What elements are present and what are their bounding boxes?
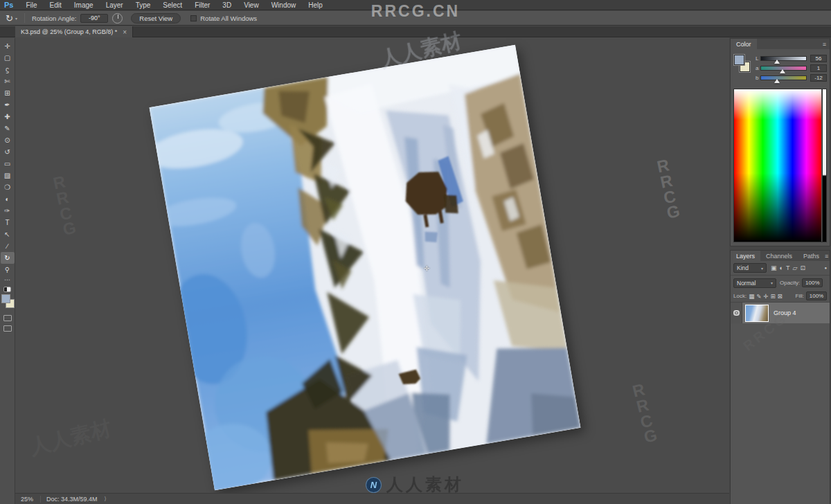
menu-select[interactable]: Select xyxy=(157,1,188,9)
screen-mode-icon[interactable] xyxy=(3,325,12,332)
eye-icon[interactable] xyxy=(733,310,740,316)
filter-toggle-icon[interactable]: ● xyxy=(824,266,827,270)
rotate-view-tool[interactable]: ↻ xyxy=(1,252,15,264)
eyedropper-tool[interactable]: ✒ xyxy=(1,99,15,111)
rotation-angle-input[interactable]: -90° xyxy=(80,14,108,23)
options-bar: ↻ ▾ Rotation Angle: -90° Reset View Rota… xyxy=(0,11,831,26)
color-panel-header: Color ≡ xyxy=(731,39,830,49)
quick-mask-icon[interactable] xyxy=(3,315,12,321)
brush-tool[interactable]: ✎ xyxy=(1,123,15,134)
kind-filter-dropdown[interactable]: Kind ▾ xyxy=(733,263,767,273)
menu-3d[interactable]: 3D xyxy=(216,1,238,9)
reset-view-button[interactable]: Reset View xyxy=(131,13,181,24)
menu-file[interactable]: File xyxy=(19,1,43,9)
slider-L-label: L xyxy=(756,55,760,62)
blend-mode-value: Normal xyxy=(737,280,756,287)
menu-filter[interactable]: Filter xyxy=(188,1,216,9)
smart-object-filter-icon[interactable]: ⊡ xyxy=(800,264,805,271)
menu-layer[interactable]: Layer xyxy=(100,1,129,9)
slider-row-L: L 56 xyxy=(756,53,827,63)
layer-name: Group 4 xyxy=(774,309,796,316)
path-selection-tool[interactable]: ↖ xyxy=(1,228,15,240)
tool-preset-chevron-icon[interactable]: ▾ xyxy=(15,16,17,21)
zoom-tool[interactable]: ⚲ xyxy=(1,264,15,276)
menu-edit[interactable]: Edit xyxy=(44,1,68,9)
lock-transparency-icon[interactable]: ▦ xyxy=(749,293,754,300)
marquee-tool[interactable]: ▢ xyxy=(1,52,15,64)
more-tools-icon[interactable]: ⋯ xyxy=(1,276,15,284)
default-colors-icon[interactable] xyxy=(3,287,11,292)
layers-panel-menu-icon[interactable]: ≡ xyxy=(825,253,831,260)
painting-snowy-mountain xyxy=(150,45,581,490)
history-brush-tool[interactable]: ↺ xyxy=(1,146,15,158)
layer-filter-row: Kind ▾ ▣ ◐ T ▱ ⊡ ● xyxy=(731,261,830,276)
slider-a-label: a xyxy=(756,65,760,71)
clone-stamp-tool[interactable]: ⊙ xyxy=(1,134,15,146)
document-tab[interactable]: K3.psd @ 25% (Group 4, RGB/8) * × xyxy=(15,26,133,37)
menu-view[interactable]: View xyxy=(238,1,265,9)
zoom-level-field[interactable]: 25% xyxy=(15,496,40,503)
quick-selection-tool[interactable]: ✄ xyxy=(1,75,15,87)
gradient-tool[interactable]: ▨ xyxy=(1,170,15,181)
lasso-tool[interactable]: ϛ xyxy=(1,64,15,75)
lock-position-icon[interactable]: ✛ xyxy=(763,293,768,300)
tab-layers[interactable]: Layers xyxy=(731,251,760,261)
slider-L-value[interactable]: 56 xyxy=(810,55,827,62)
layer-visibility-cell[interactable] xyxy=(731,303,742,323)
move-tool[interactable]: ✛ xyxy=(1,40,15,52)
pen-tool[interactable]: ✑ xyxy=(1,205,15,217)
fill-field[interactable]: 100% xyxy=(806,291,827,300)
blend-mode-dropdown[interactable]: Normal ▾ xyxy=(733,278,776,288)
slider-b-track[interactable] xyxy=(760,75,807,80)
rotate-view-cursor-icon: ✛ xyxy=(424,264,429,272)
slider-a-track[interactable] xyxy=(760,66,807,71)
crop-tool[interactable]: ⊞ xyxy=(1,87,15,99)
tab-color[interactable]: Color xyxy=(731,39,757,49)
menu-window[interactable]: Window xyxy=(265,1,303,9)
slider-a-thumb[interactable] xyxy=(780,69,785,73)
lock-all-icon[interactable]: ⊠ xyxy=(778,293,783,300)
foreground-color-swatch-panel[interactable] xyxy=(734,55,744,65)
spot-healing-tool[interactable]: ✚ xyxy=(1,111,15,123)
tab-channels[interactable]: Channels xyxy=(760,251,798,261)
lock-artboard-icon[interactable]: ⊞ xyxy=(770,293,775,300)
dodge-tool[interactable]: ◐ xyxy=(1,193,15,205)
layer-row-group4[interactable]: Group 4 xyxy=(731,303,830,323)
rotate-all-windows-checkbox[interactable] xyxy=(190,15,197,21)
type-tool[interactable]: T xyxy=(1,217,15,228)
layer-selected-area[interactable]: Group 4 xyxy=(742,303,830,323)
eraser-tool[interactable]: ▭ xyxy=(1,158,15,170)
menu-type[interactable]: Type xyxy=(129,1,157,9)
opacity-field[interactable]: 100% xyxy=(802,278,823,287)
canvas-area[interactable]: ✛ 25% Doc: 34.3M/59.4M ⟩ xyxy=(15,37,729,504)
smudge-tool[interactable]: ❍ xyxy=(1,181,15,193)
type-layer-filter-icon[interactable]: T xyxy=(786,264,790,271)
shape-layer-filter-icon[interactable]: ▱ xyxy=(792,264,797,271)
slider-L-track[interactable] xyxy=(760,56,807,61)
menu-image[interactable]: Image xyxy=(68,1,100,9)
pixel-layer-filter-icon[interactable]: ▣ xyxy=(771,264,777,271)
tab-close-icon[interactable]: × xyxy=(123,28,127,36)
lock-pixels-icon[interactable]: ✎ xyxy=(756,293,761,300)
kind-filter-label: Kind xyxy=(737,264,749,271)
status-options-arrow-icon[interactable]: ⟩ xyxy=(105,496,107,502)
foreground-color-swatch[interactable] xyxy=(1,294,10,303)
color-spectrum-gradient[interactable] xyxy=(734,89,821,242)
slider-b-value[interactable]: -12 xyxy=(810,74,827,82)
color-panel-menu-icon[interactable]: ≡ xyxy=(823,41,830,48)
layer-thumbnail[interactable] xyxy=(745,305,769,322)
status-bar: 25% Doc: 34.3M/59.4M ⟩ xyxy=(15,493,729,504)
slider-a-value[interactable]: 1 xyxy=(810,64,827,72)
rotation-dial-icon[interactable] xyxy=(112,13,123,24)
tab-paths[interactable]: Paths xyxy=(798,251,825,261)
canvas-artwork[interactable] xyxy=(150,45,581,490)
adjustment-layer-filter-icon[interactable]: ◐ xyxy=(780,264,783,271)
line-shape-tool[interactable]: ∕ xyxy=(1,240,15,252)
grayscale-ramp[interactable] xyxy=(822,89,826,242)
menu-help[interactable]: Help xyxy=(302,1,329,9)
color-spectrum[interactable] xyxy=(733,89,827,242)
slider-b-thumb[interactable] xyxy=(774,79,780,83)
slider-L-thumb[interactable] xyxy=(774,60,780,64)
blend-mode-row: Normal ▾ Opacity: 100% xyxy=(731,276,830,290)
slider-row-a: a 1 xyxy=(756,63,827,73)
